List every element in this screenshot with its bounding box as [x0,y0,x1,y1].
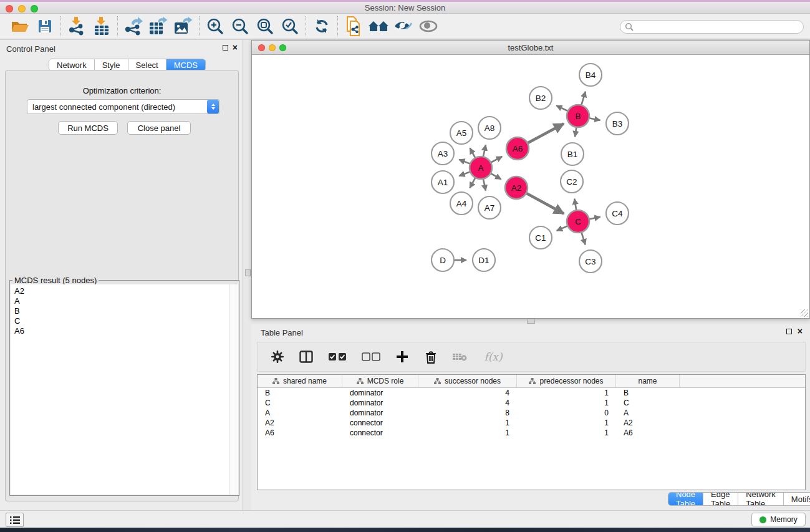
control-panel: Control Panel × NetworkStyleSelectMCDS O… [0,40,243,510]
node-D1[interactable]: D1 [473,249,495,271]
select-all-button[interactable] [327,349,347,364]
task-list-icon [10,516,20,525]
tab-edge-table[interactable]: Edge Table [703,493,738,505]
reset-view-button[interactable] [366,15,391,37]
node-C4[interactable]: C4 [606,202,629,225]
zoom-out-button[interactable] [228,15,253,37]
node-A4[interactable]: A4 [450,192,473,215]
vertical-splitter-handle[interactable] [245,269,251,276]
close-panel-button[interactable]: Close panel [127,121,191,135]
table-row[interactable]: A2connector11A2 [258,418,805,428]
node-A[interactable]: A [470,157,492,179]
tab-select[interactable]: Select [128,59,166,70]
tab-style[interactable]: Style [95,59,128,70]
column-header-mcds-role[interactable]: MCDS role [342,375,418,387]
table-cell: dominator [342,399,418,407]
column-header-predecessor-nodes[interactable]: predecessor nodes [517,375,616,387]
deselect-all-icon [362,352,380,361]
hide-details-button[interactable] [391,15,416,37]
table-row[interactable]: Adominator80A [258,408,805,418]
export-network-button[interactable] [121,15,146,37]
tab-node-table[interactable]: Node Table [668,493,703,505]
tab-network[interactable]: Network [49,59,95,70]
deselect-all-button[interactable] [361,349,381,364]
network-window-titlebar[interactable]: testGlobe.txt [252,41,809,55]
horizontal-splitter-handle[interactable] [527,319,535,324]
table-row[interactable]: Cdominator41C [258,398,805,408]
node-C[interactable]: C [567,210,589,233]
add-column-button[interactable] [395,349,410,364]
tab-network-table[interactable]: Network Table [738,493,784,505]
select-all-icon [328,352,347,361]
search-input[interactable] [634,22,789,31]
zoom-in-button[interactable] [203,15,228,37]
node-B2[interactable]: B2 [529,87,552,109]
run-mcds-button[interactable]: Run MCDS [58,121,118,135]
node-A7[interactable]: A7 [478,196,501,219]
result-item[interactable]: A6 [11,326,229,336]
close-panel-icon[interactable]: × [233,44,238,51]
network-window: testGlobe.txt AA1A2A3A4A5A6A7A8BB1B2B3B4… [251,40,810,319]
attribute-type-icon [529,378,536,384]
refresh-layout-button[interactable] [309,15,334,37]
node-A5[interactable]: A5 [450,122,473,144]
column-layout-icon [299,351,313,363]
zoom-selected-button[interactable] [277,15,302,37]
export-table-button[interactable] [146,15,171,37]
node-B1[interactable]: B1 [561,143,584,165]
resize-grip[interactable] [801,309,808,317]
float-table-panel-icon[interactable] [786,329,792,334]
open-session-button[interactable] [7,15,32,37]
table-settings-button[interactable] [270,349,285,364]
task-history-button[interactable] [6,513,24,527]
node-C2[interactable]: C2 [561,170,583,193]
column-layout-button[interactable] [299,349,314,364]
node-A1[interactable]: A1 [432,171,454,193]
import-table-button[interactable] [89,15,114,37]
zoom-fit-button[interactable] [253,15,277,37]
result-scrollbar[interactable] [229,284,238,495]
memory-button[interactable]: Memory [751,513,806,526]
result-item[interactable]: A2 [11,286,229,296]
control-tabs: NetworkStyleSelectMCDS [49,59,206,71]
result-item[interactable]: A [11,296,229,306]
result-item[interactable]: B [11,306,229,316]
delete-table-button[interactable] [452,349,467,364]
save-session-button[interactable] [32,15,57,37]
column-header-shared-name[interactable]: shared name [258,375,342,387]
column-header-name[interactable]: name [616,375,680,387]
tab-motifs[interactable]: Motifs [784,493,810,505]
node-D[interactable]: D [432,249,454,271]
table-row[interactable]: Bdominator41B [258,388,805,398]
node-B[interactable]: B [567,105,589,127]
copy-network-button[interactable] [341,15,366,37]
show-details-icon [418,19,438,33]
tab-mcds[interactable]: MCDS [166,59,205,70]
memory-label: Memory [770,515,797,524]
import-table-icon [94,17,110,36]
delete-column-button[interactable] [423,349,438,364]
refresh-layout-icon [314,18,330,34]
node-A8[interactable]: A8 [478,117,501,139]
node-C3[interactable]: C3 [579,250,602,273]
close-table-panel-icon[interactable]: × [798,328,803,334]
table-cell: A6 [616,428,680,437]
node-label: A [478,163,483,173]
node-label: A2 [511,183,522,193]
column-header-successor-nodes[interactable]: successor nodes [418,375,517,387]
table-row[interactable]: A6connector11A6 [258,428,805,438]
float-panel-icon[interactable] [223,45,228,51]
result-item[interactable]: C [11,316,229,326]
node-B4[interactable]: B4 [579,64,602,86]
import-network-button[interactable] [64,15,89,37]
show-details-button[interactable] [416,15,441,37]
export-image-button[interactable] [171,15,196,37]
node-A6[interactable]: A6 [506,137,529,160]
node-A2[interactable]: A2 [505,177,528,199]
criterion-select[interactable]: largest connected component (directed) [27,99,220,114]
node-A3[interactable]: A3 [432,142,454,165]
node-C1[interactable]: C1 [529,226,552,249]
function-builder-button[interactable]: f(x) [481,349,506,364]
network-canvas[interactable]: AA1A2A3A4A5A6A7A8BB1B2B3B4CC1C2C3C4DD1 [252,55,809,318]
node-B3[interactable]: B3 [606,112,629,135]
